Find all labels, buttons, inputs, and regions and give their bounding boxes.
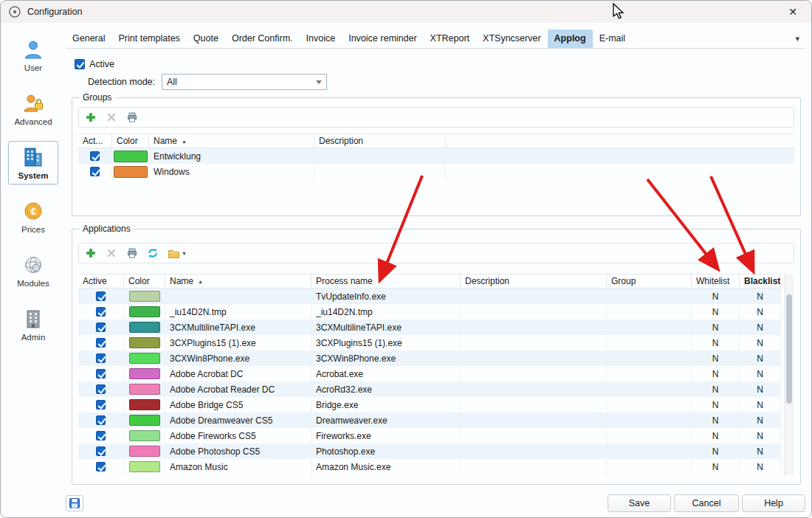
col-header-group[interactable]: Group <box>607 274 692 288</box>
groups-toolbar <box>78 107 794 128</box>
color-swatch <box>129 430 160 441</box>
row-active-checkbox[interactable] <box>96 322 106 332</box>
application-row[interactable]: 3CXMultilineTAPI.exe 3CXMultilineTAPI.ex… <box>78 320 781 335</box>
row-active-checkbox[interactable] <box>96 462 106 472</box>
tab-applog[interactable]: Applog <box>548 30 593 48</box>
process-name: 3CXWin8Phone.exe <box>312 350 461 366</box>
tab-quote[interactable]: Quote <box>187 30 225 48</box>
col-header-description[interactable]: Description <box>461 274 607 288</box>
col-header-filler <box>446 134 794 148</box>
col-header-color[interactable]: Color <box>112 134 149 148</box>
print-applications-button[interactable] <box>126 247 138 259</box>
row-active-checkbox[interactable] <box>90 151 100 161</box>
application-group <box>607 366 692 381</box>
application-row[interactable]: Adobe Bridge CS5 Bridge.exe N N <box>78 397 781 412</box>
row-active-checkbox[interactable] <box>96 291 106 301</box>
whitelist-flag: N <box>692 443 740 459</box>
row-active-checkbox[interactable] <box>96 353 106 363</box>
process-name: AcroRd32.exe <box>312 381 461 397</box>
tab-print-templates[interactable]: Print templates <box>111 30 186 48</box>
application-group <box>607 335 692 350</box>
col-header-description[interactable]: Description <box>314 134 446 148</box>
row-active-checkbox[interactable] <box>90 167 100 176</box>
application-row[interactable]: Adobe Acrobat DC Acrobat.exe N N <box>78 366 781 381</box>
print-groups-button[interactable] <box>126 111 138 123</box>
sidebar-item-label: Admin <box>21 333 46 342</box>
sidebar-item-modules[interactable]: Modules <box>8 249 58 292</box>
application-row[interactable]: TvUpdateInfo.exe N N <box>78 289 781 304</box>
color-swatch <box>129 291 160 302</box>
delete-group-button[interactable] <box>106 111 117 123</box>
row-active-checkbox[interactable] <box>96 384 106 394</box>
title-bar[interactable]: Configuration ✕ <box>1 1 811 23</box>
col-header-whitelist[interactable]: Whitelist <box>692 274 740 288</box>
process-name: Dreamweaver.exe <box>312 412 461 428</box>
sidebar-item-user[interactable]: User <box>8 33 58 77</box>
close-button[interactable]: ✕ <box>782 6 804 18</box>
euro-coin-icon: € <box>22 200 44 222</box>
group-row[interactable]: Windows <box>78 164 794 179</box>
row-active-checkbox[interactable] <box>96 400 106 410</box>
whitelist-flag: N <box>692 459 740 474</box>
col-header-process-name[interactable]: Process name <box>312 274 461 288</box>
whitelist-flag: N <box>692 381 740 397</box>
sidebar-item-advanced[interactable]: Advanced <box>8 87 58 131</box>
col-header-blacklist[interactable]: Blacklist <box>740 274 781 288</box>
application-row[interactable]: Adobe Fireworks CS5 Fireworks.exe N N <box>78 428 781 443</box>
tab-general[interactable]: General <box>66 30 111 48</box>
cancel-button[interactable]: Cancel <box>674 494 739 512</box>
save-settings-button[interactable] <box>66 495 83 511</box>
row-active-checkbox[interactable] <box>96 369 106 379</box>
system-icon <box>22 146 44 168</box>
row-active-checkbox[interactable] <box>96 338 106 348</box>
tab-overflow-chevron-icon[interactable]: ▾ <box>789 34 805 48</box>
sidebar-item-system[interactable]: System <box>8 141 58 184</box>
application-name: Adobe Acrobat Reader DC <box>165 381 312 397</box>
folder-button[interactable]: ▼ <box>168 248 187 259</box>
sidebar-item-label: Prices <box>21 225 45 234</box>
row-active-checkbox[interactable] <box>96 307 106 317</box>
col-header-name[interactable]: Name▲ <box>149 134 314 148</box>
add-application-button[interactable] <box>85 247 97 259</box>
tab-order-confirm-[interactable]: Order Confirm. <box>225 30 300 48</box>
col-header-active[interactable]: Active <box>78 274 124 288</box>
vertical-scrollbar[interactable] <box>784 274 794 475</box>
application-row[interactable]: Amazon Music Amazon Music.exe N N <box>78 459 781 474</box>
refresh-button[interactable] <box>147 247 159 259</box>
tab-xtsyncserver[interactable]: XTSyncserver <box>476 30 548 48</box>
folder-caret-icon[interactable]: ▼ <box>182 251 187 256</box>
application-row[interactable]: 3CXWin8Phone.exe 3CXWin8Phone.exe N N <box>78 350 781 366</box>
application-row[interactable]: Adobe Dreamweaver CS5 Dreamweaver.exe N … <box>78 412 781 428</box>
col-header-act[interactable]: Act... <box>78 134 112 148</box>
row-active-checkbox[interactable] <box>96 446 106 456</box>
application-row[interactable]: 3CXPlugins15 (1).exe 3CXPlugins15 (1).ex… <box>78 335 781 350</box>
application-name: Amazon Music <box>165 459 312 474</box>
add-group-button[interactable] <box>85 111 97 123</box>
process-name: 3CXPlugins15 (1).exe <box>312 335 461 350</box>
col-header-name[interactable]: Name▲ <box>165 274 312 288</box>
application-name: Adobe Acrobat DC <box>165 366 312 381</box>
sidebar-item-prices[interactable]: € Prices <box>8 195 58 238</box>
col-header-color[interactable]: Color <box>124 274 165 288</box>
blacklist-flag: N <box>740 289 781 304</box>
application-row[interactable]: Adobe Acrobat Reader DC AcroRd32.exe N N <box>78 381 781 397</box>
tab-e-mail[interactable]: E-mail <box>593 30 632 48</box>
group-row[interactable]: Entwicklung <box>78 148 794 164</box>
sort-asc-icon: ▲ <box>182 139 187 144</box>
tab-invoice-reminder[interactable]: Invoice reminder <box>342 30 423 48</box>
detection-mode-dropdown[interactable]: All <box>162 74 327 90</box>
row-active-checkbox[interactable] <box>96 431 106 441</box>
group-description <box>314 164 446 179</box>
sidebar-item-admin[interactable]: Admin <box>8 303 58 346</box>
application-description <box>461 350 607 366</box>
delete-application-button[interactable] <box>106 247 117 259</box>
help-button[interactable]: Help <box>742 494 805 512</box>
tab-invoice[interactable]: Invoice <box>300 30 343 48</box>
active-checkbox[interactable] <box>75 59 85 69</box>
scrollbar-thumb[interactable] <box>786 294 792 404</box>
application-row[interactable]: _iu14D2N.tmp _iu14D2N.tmp N N <box>78 304 781 320</box>
save-button[interactable]: Save <box>608 494 671 512</box>
application-row[interactable]: Adobe Photoshop CS5 Photoshop.exe N N <box>78 443 781 459</box>
tab-xtreport[interactable]: XTReport <box>424 30 477 48</box>
row-active-checkbox[interactable] <box>96 415 106 425</box>
